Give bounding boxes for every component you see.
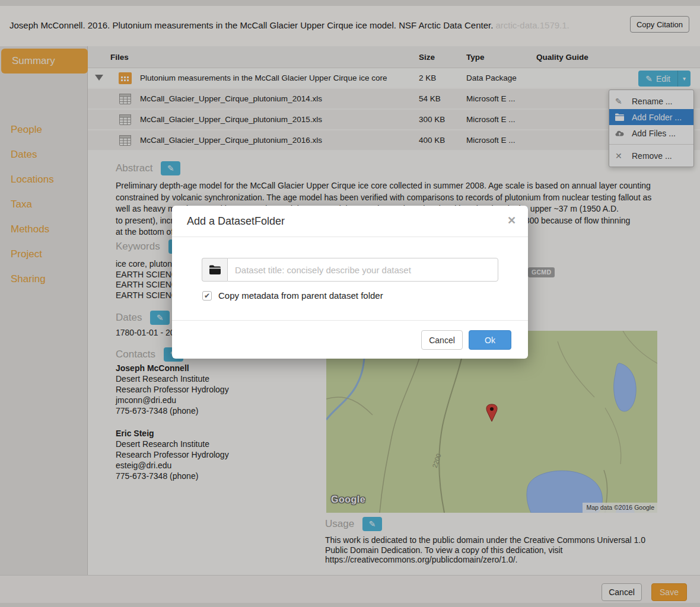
dataset-title-input[interactable] bbox=[227, 258, 498, 282]
add-dataset-folder-modal: Add a DatasetFolder ✕ ✔ Copy metadata fr… bbox=[172, 206, 528, 359]
copy-metadata-row: ✔ Copy metadata from parent dataset fold… bbox=[202, 290, 383, 301]
modal-title: Add a DatasetFolder bbox=[187, 215, 285, 228]
modal-ok-button[interactable]: Ok bbox=[469, 330, 511, 350]
copy-metadata-label: Copy metadata from parent dataset folder bbox=[218, 290, 383, 301]
close-icon[interactable]: ✕ bbox=[507, 214, 516, 227]
modal-cancel-button[interactable]: Cancel bbox=[421, 330, 463, 350]
modal-header: Add a DatasetFolder ✕ bbox=[172, 206, 528, 237]
page: Joseph McConnell. 2016. Plutonium measur… bbox=[0, 0, 700, 607]
modal-footer: Cancel Ok bbox=[172, 320, 528, 359]
dataset-title-input-group bbox=[202, 258, 498, 282]
folder-icon bbox=[202, 258, 227, 282]
copy-metadata-checkbox[interactable]: ✔ bbox=[202, 291, 212, 301]
